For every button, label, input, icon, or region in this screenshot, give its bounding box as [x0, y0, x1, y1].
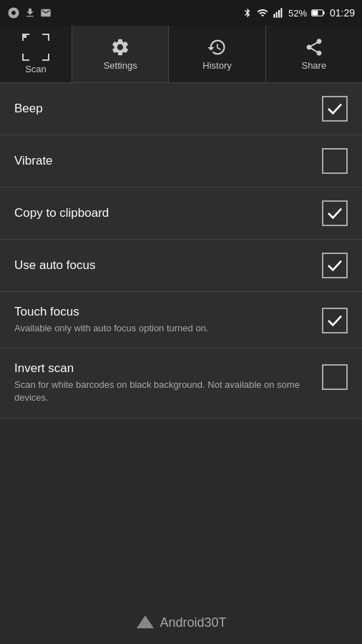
status-bar: 52% 01:29	[0, 0, 362, 26]
tab-history-label: History	[202, 60, 231, 71]
setting-title-beep: Beep	[14, 102, 310, 116]
setting-row-touch-focus[interactable]: Touch focus Available only with auto foc…	[0, 292, 362, 348]
setting-row-vibrate[interactable]: Vibrate	[0, 135, 362, 187]
setting-text-vibrate: Vibrate	[14, 154, 322, 168]
setting-title-invert-scan: Invert scan	[14, 361, 310, 376]
checkbox-beep[interactable]	[322, 96, 348, 122]
setting-desc-invert-scan: Scan for white barcodes on black backgro…	[14, 379, 310, 404]
tab-history[interactable]: History	[168, 26, 265, 82]
setting-title-vibrate: Vibrate	[14, 154, 310, 168]
tab-settings[interactable]: Settings	[72, 26, 168, 82]
checkbox-copy-to-clipboard[interactable]	[322, 200, 348, 226]
skype-icon	[7, 6, 20, 19]
setting-text-invert-scan: Invert scan Scan for white barcodes on b…	[14, 361, 322, 404]
setting-row-beep[interactable]: Beep	[0, 83, 362, 135]
setting-row-invert-scan[interactable]: Invert scan Scan for white barcodes on b…	[0, 348, 362, 418]
setting-title-use-auto-focus: Use auto focus	[14, 258, 310, 273]
signal-icon	[273, 7, 284, 19]
setting-text-beep: Beep	[14, 102, 322, 116]
time-display: 01:29	[330, 7, 355, 19]
svg-rect-6	[312, 10, 318, 15]
setting-title-copy-to-clipboard: Copy to clipboard	[14, 206, 310, 220]
tab-bar: Scan Settings History Share	[0, 26, 362, 83]
battery-level: 52%	[288, 8, 307, 19]
battery-icon	[311, 8, 326, 18]
share-icon	[304, 37, 324, 57]
status-right-icons: 52% 01:29	[243, 7, 355, 19]
setting-text-copy-to-clipboard: Copy to clipboard	[14, 206, 322, 220]
tab-scan-label: Scan	[25, 64, 47, 74]
tab-share-label: Share	[301, 60, 326, 71]
svg-rect-2	[278, 10, 280, 18]
setting-row-use-auto-focus[interactable]: Use auto focus	[0, 240, 362, 292]
watermark: Android30T	[0, 613, 362, 633]
tab-share[interactable]: Share	[265, 26, 362, 82]
svg-rect-5	[323, 11, 324, 14]
settings-content: Beep Vibrate Copy to clipboard Use auto …	[0, 83, 362, 419]
history-icon	[207, 37, 227, 57]
tab-scan[interactable]: Scan	[0, 26, 72, 82]
svg-rect-0	[273, 14, 275, 17]
setting-text-use-auto-focus: Use auto focus	[14, 258, 322, 273]
checkbox-vibrate[interactable]	[322, 148, 348, 174]
svg-rect-1	[276, 12, 278, 18]
setting-row-copy-to-clipboard[interactable]: Copy to clipboard	[0, 187, 362, 240]
checkbox-use-auto-focus[interactable]	[322, 253, 348, 278]
scan-viewfinder-icon	[22, 34, 49, 61]
download-icon	[24, 7, 36, 19]
setting-desc-touch-focus: Available only with auto focus option tu…	[14, 322, 310, 335]
status-left-icons	[7, 6, 52, 19]
setting-text-touch-focus: Touch focus Available only with auto foc…	[14, 305, 322, 335]
checkbox-invert-scan[interactable]	[322, 364, 348, 390]
email-icon	[40, 7, 52, 19]
tab-settings-label: Settings	[104, 60, 137, 71]
wifi-icon	[257, 7, 268, 19]
svg-marker-7	[137, 615, 154, 628]
android-logo-icon	[135, 613, 155, 633]
checkbox-touch-focus[interactable]	[322, 308, 348, 333]
settings-icon	[110, 37, 130, 57]
bluetooth-icon	[243, 8, 253, 18]
setting-title-touch-focus: Touch focus	[14, 305, 310, 319]
watermark-text: Android30T	[160, 615, 226, 630]
svg-rect-3	[280, 8, 282, 17]
